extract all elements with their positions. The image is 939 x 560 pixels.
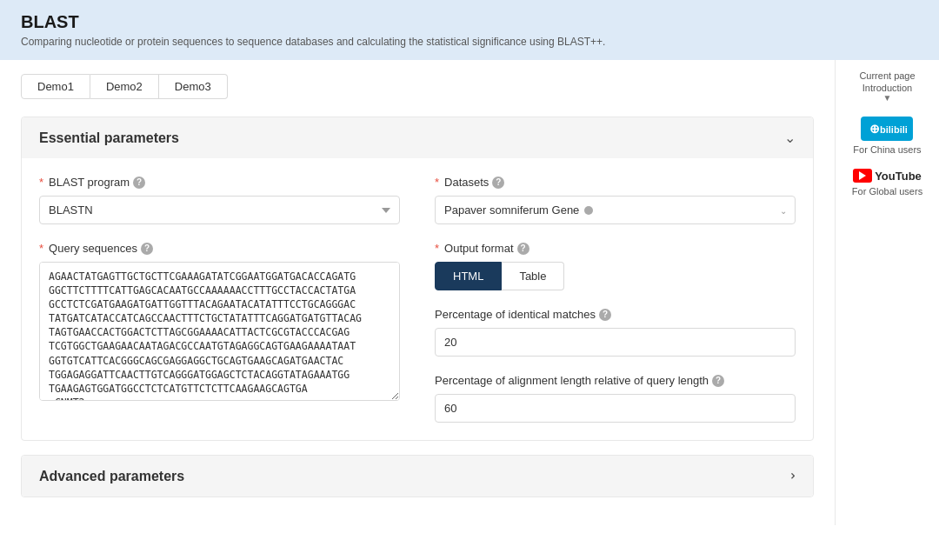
essential-params-chevron-icon: ⌄: [784, 130, 796, 146]
dataset-value: Papaver somniferum Gene: [444, 203, 579, 217]
datasets-help-icon[interactable]: ?: [492, 177, 504, 189]
sidebar: Current page Introduction ▼ ⊕ bili bili …: [835, 60, 939, 525]
page-header: BLAST Comparing nucleotide or protein se…: [0, 0, 939, 60]
output-format-required: *: [435, 242, 439, 255]
svg-text:bili: bili: [880, 124, 894, 135]
youtube-icon: [853, 169, 872, 183]
sidebar-current-page-label: Current page: [859, 70, 915, 81]
youtube-card[interactable]: YouTube For Global users: [852, 169, 922, 197]
output-format-buttons: HTML Table: [435, 262, 796, 290]
query-sequences-group: * Query sequences ? AGAACTATGAGTTGCTGCTT…: [39, 242, 400, 423]
essential-params-header[interactable]: Essential parameters ⌄: [22, 117, 813, 158]
query-sequences-required: *: [39, 242, 43, 255]
identical-matches-label: Percentage of identical matches ?: [435, 308, 796, 321]
blast-program-help-icon[interactable]: ?: [133, 177, 145, 189]
blast-program-required: *: [39, 176, 43, 189]
alignment-length-group: Percentage of alignment length relative …: [435, 374, 796, 423]
content-area: Demo1 Demo2 Demo3 Essential parameters ⌄…: [0, 60, 835, 525]
bilibili-card[interactable]: ⊕ bili bili For China users: [853, 117, 921, 155]
bilibili-label: For China users: [853, 144, 921, 155]
identical-matches-group: Percentage of identical matches ?: [435, 308, 796, 357]
svg-text:⊕: ⊕: [869, 122, 880, 136]
essential-params-panel: Essential parameters ⌄ * BLAST program ?…: [21, 117, 814, 441]
tab-demo2[interactable]: Demo2: [90, 74, 159, 99]
datasets-group: * Datasets ? Papaver somniferum Gene ⌄: [435, 176, 796, 224]
page-subtitle: Comparing nucleotide or protein sequence…: [21, 36, 918, 48]
query-sequences-label: * Query sequences ?: [39, 242, 400, 255]
format-table-button[interactable]: Table: [502, 262, 564, 290]
page-title: BLAST: [21, 12, 918, 32]
alignment-length-label: Percentage of alignment length relative …: [435, 374, 796, 387]
datasets-select-display[interactable]: Papaver somniferum Gene: [435, 196, 796, 224]
dataset-tag-icon: [584, 206, 593, 215]
query-sequences-help-icon[interactable]: ?: [141, 243, 153, 255]
datasets-required: *: [435, 176, 439, 189]
blast-program-label: * BLAST program ?: [39, 176, 400, 189]
output-format-help-icon[interactable]: ?: [517, 243, 529, 255]
essential-params-body: * BLAST program ? BLASTN * Datasets: [22, 158, 813, 440]
identical-matches-input[interactable]: [435, 328, 796, 357]
advanced-params-chevron-icon: ⌄: [782, 470, 798, 482]
advanced-params-panel: Advanced parameters ⌄: [21, 455, 814, 497]
datasets-select-wrapper: Papaver somniferum Gene ⌄: [435, 196, 796, 224]
right-params-column: * Output format ? HTML Table: [435, 242, 796, 423]
youtube-play-icon: [859, 171, 866, 180]
youtube-wordmark: YouTube: [875, 170, 922, 183]
datasets-chevron-icon: ⌄: [780, 205, 787, 215]
blast-program-group: * BLAST program ? BLASTN: [39, 176, 400, 224]
tab-demo1[interactable]: Demo1: [21, 74, 90, 99]
youtube-logo: YouTube: [853, 169, 922, 183]
sidebar-introduction-label: Introduction: [859, 83, 915, 93]
advanced-params-title: Advanced parameters: [39, 469, 184, 484]
form-grid: * BLAST program ? BLASTN * Datasets: [39, 176, 796, 423]
datasets-label: * Datasets ?: [435, 176, 796, 189]
sidebar-current-page: Current page Introduction ▼: [859, 70, 915, 103]
blast-program-select[interactable]: BLASTN: [39, 196, 400, 224]
alignment-length-input[interactable]: [435, 394, 796, 423]
alignment-length-help-icon[interactable]: ?: [712, 375, 724, 387]
tab-demo3[interactable]: Demo3: [159, 74, 228, 99]
bilibili-logo: ⊕ bili bili: [861, 117, 913, 141]
demo-tabs: Demo1 Demo2 Demo3: [21, 74, 814, 99]
essential-params-title: Essential parameters: [39, 130, 179, 146]
format-html-button[interactable]: HTML: [435, 262, 502, 290]
output-format-group: * Output format ? HTML Table: [435, 242, 796, 290]
youtube-label: For Global users: [852, 186, 922, 197]
advanced-params-header[interactable]: Advanced parameters ⌄: [22, 456, 813, 497]
output-format-label: * Output format ?: [435, 242, 796, 255]
query-sequences-textarea[interactable]: AGAACTATGAGTTGCTGCTTCGAAAGATATCGGAATGGAT…: [39, 262, 400, 401]
svg-text:bili: bili: [894, 124, 908, 135]
identical-matches-help-icon[interactable]: ?: [599, 309, 611, 321]
sidebar-arrow-icon: ▼: [859, 93, 915, 103]
